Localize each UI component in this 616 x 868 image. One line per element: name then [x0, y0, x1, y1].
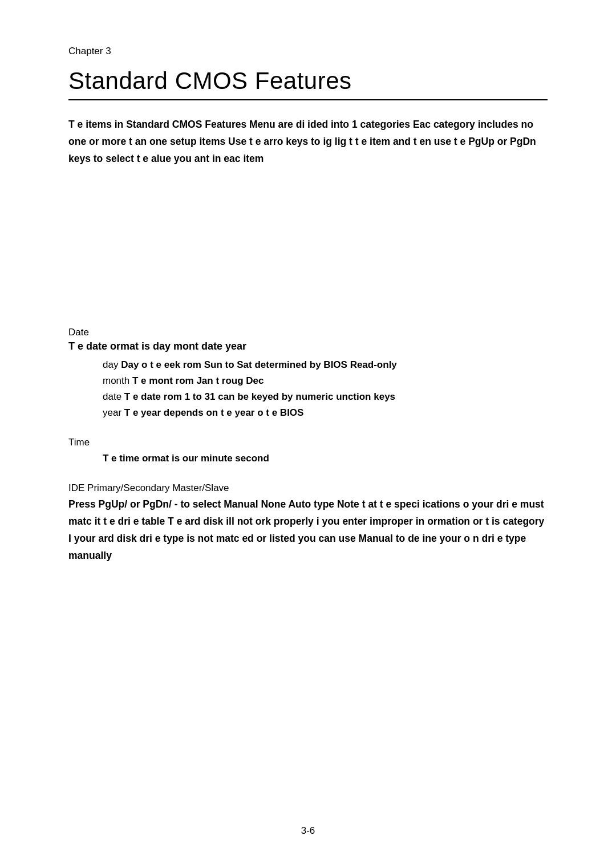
date-month-value: T e mont rom Jan t roug Dec [132, 375, 264, 386]
date-month-key: month [103, 375, 129, 386]
time-format-value: T e time ormat is our minute second [103, 453, 269, 464]
date-year-key: year [103, 407, 121, 418]
page: Chapter 3 Standard CMOS Features T e ite… [0, 0, 616, 868]
ide-label: IDE Primary/Secondary Master/Slave [68, 482, 548, 494]
date-day-key: day [103, 359, 118, 370]
date-body: day Day o t e eek rom Sun to Sat determi… [103, 357, 548, 421]
ide-body: Press PgUp/ or PgDn/ - to select Manual … [68, 496, 548, 564]
ide-section: IDE Primary/Secondary Master/Slave Press… [68, 482, 548, 564]
title-divider [68, 99, 548, 100]
date-label: Date [68, 327, 548, 338]
date-date-value: T e date rom 1 to 31 can be keyed by num… [124, 391, 395, 402]
date-heading: T e date ormat is day mont date year [68, 340, 548, 352]
time-section: Time T e time ormat is our minute second [68, 437, 548, 467]
date-section: Date T e date ormat is day mont date yea… [68, 327, 548, 421]
date-day-value: Day o t e eek rom Sun to Sat determined … [121, 359, 397, 370]
time-label: Time [68, 437, 548, 448]
date-date-key: date [103, 391, 121, 402]
date-month: month T e mont rom Jan t roug Dec [103, 373, 548, 389]
chapter-label: Chapter 3 [68, 46, 548, 57]
date-day: day Day o t e eek rom Sun to Sat determi… [103, 357, 548, 373]
time-format: T e time ormat is our minute second [103, 451, 548, 467]
time-body: T e time ormat is our minute second [103, 451, 548, 467]
page-title: Standard CMOS Features [68, 67, 548, 95]
date-year: year T e year depends on t e year o t e … [103, 405, 548, 421]
date-year-value: T e year depends on t e year o t e BIOS [124, 407, 304, 418]
intro-paragraph: T e items in Standard CMOS Features Menu… [68, 116, 548, 167]
date-date: date T e date rom 1 to 31 can be keyed b… [103, 389, 548, 405]
page-number: 3-6 [301, 825, 315, 837]
